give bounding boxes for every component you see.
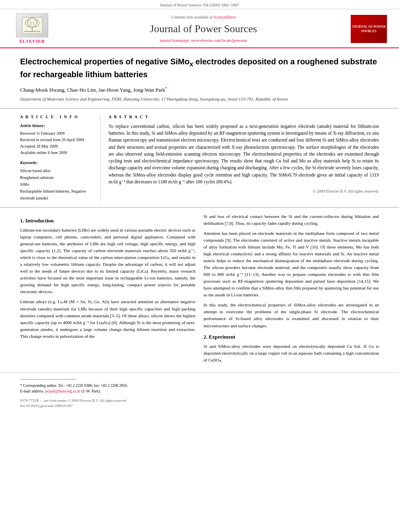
footnote-section: * Corresponding author. Tel.: +82 2 2220… (0, 372, 399, 397)
corresponding-author-marker: * (165, 86, 167, 90)
elsevier-logo-image (16, 13, 48, 37)
keyword-1: Silicon based alloy (20, 167, 94, 174)
article-dates: Received 11 February 2009 Received in re… (20, 130, 94, 156)
elsevier-wordmark: ELSEVIER (19, 38, 45, 44)
footnote-divider (20, 379, 76, 380)
sciencedirect-link[interactable]: ScienceDirect (213, 15, 236, 19)
elsevier-logo-area: ELSEVIER (8, 13, 56, 44)
journal-title-area: Contents lists available at ScienceDirec… (56, 14, 351, 43)
right-paragraph-1: Si and loss of electrical contact betwee… (204, 213, 379, 227)
main-left-column: 1. Introduction Lithium-ion secondary ba… (20, 213, 195, 367)
intro-paragraph-1: Lithium-ion secondary batteries (LIBs) a… (20, 227, 195, 295)
journal-citation: Journal of Power Sources 194 (2009) 1061… (0, 0, 399, 9)
abstract-text: To replace conventional carbon, silicon … (109, 123, 379, 185)
history-label: Article history: (20, 123, 94, 129)
doi-text: doi:10.1016/j.jpowsour.2009.05.047 (20, 403, 379, 409)
article-title: Electrochemical properties of negative S… (20, 56, 379, 80)
keywords-label: Keywords: (20, 160, 94, 166)
keyword-4: Rechargeable lithium batteries, Negative… (20, 188, 94, 201)
author-list: Chang-Mook Hwang, Chae-Ho Lim, Jae-Hoon … (20, 86, 379, 94)
abstract-header: A B S T R A C T (109, 114, 379, 120)
page: Journal of Power Sources 194 (2009) 1061… (0, 0, 399, 532)
article-info-column: A R T I C L E I N F O Article history: R… (20, 114, 101, 201)
journal-title: Journal of Power Sources (64, 22, 343, 36)
elsevier-logo: ELSEVIER (8, 13, 56, 44)
elsevier-logo-svg (20, 15, 44, 35)
main-content: 1. Introduction Lithium-ion secondary ba… (0, 207, 399, 372)
experiment-section-title: 2. Experiment (204, 333, 379, 341)
journal-logo-box: JOURNAL OF POWER SOURCES (351, 15, 387, 43)
right-paragraph-2: Attention has been placed on electrode m… (204, 230, 379, 298)
experiment-paragraph-1: Si and SiMox-alloy electrodes were depos… (204, 343, 379, 364)
subscript-x: x (189, 60, 193, 68)
article-title-section: Electrochemical properties of negative S… (0, 48, 399, 108)
journal-logo-text: JOURNAL OF POWER SOURCES (352, 25, 386, 33)
affiliation-text: Department of Materials Science and Engi… (20, 96, 379, 102)
issn-bar: 0378-7753/$ — see front matter © 2009 El… (0, 396, 399, 410)
abstract-column: A B S T R A C T To replace conventional … (109, 114, 379, 201)
footnote-email: E-mail address: jwpark@hanyang.ac.kr (J.… (20, 388, 379, 394)
intro-section-title: 1. Introduction (20, 217, 195, 224)
title-continuation: electrodes deposited on a roughened subs… (20, 57, 377, 79)
article-info-abstract-section: A R T I C L E I N F O Article history: R… (0, 109, 399, 207)
right-paragraph-3: In this study, the electrochemical prope… (204, 302, 379, 329)
keyword-3: SiMo (20, 181, 94, 188)
journal-banner: ELSEVIER Contents lists available at Sci… (0, 9, 399, 48)
keywords-list: Silicon based alloy Roughened substrate … (20, 167, 94, 201)
article-info-header: A R T I C L E I N F O (20, 114, 94, 120)
journal-homepage-line: journal homepage: www.elsevier.com/locat… (64, 38, 343, 43)
copyright-text: © 2009 Elsevier B.V. All rights reserved… (109, 189, 379, 194)
main-right-column: Si and loss of electrical contact betwee… (204, 213, 379, 367)
email-link[interactable]: jwpark@hanyang.ac.kr (45, 389, 80, 393)
citation-text: Journal of Power Sources 194 (2009) 1061… (160, 3, 239, 7)
homepage-url[interactable]: www.elsevier.com/locate/jpowsour (191, 38, 247, 43)
footnote-corresponding: * Corresponding author. Tel.: +82 2 2220… (20, 383, 379, 388)
issn-text: 0378-7753/$ — see front matter © 2009 El… (20, 398, 379, 403)
keyword-2: Roughened substrate (20, 174, 94, 181)
intro-paragraph-2: Lithium alloys (e.g. LiₓM (M = Sn, Si, G… (20, 298, 195, 339)
sciencedirect-line: Contents lists available at ScienceDirec… (64, 14, 343, 20)
